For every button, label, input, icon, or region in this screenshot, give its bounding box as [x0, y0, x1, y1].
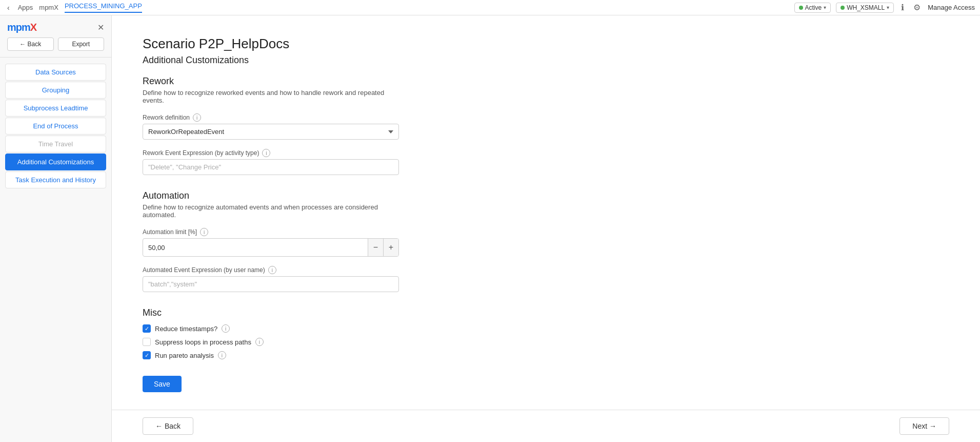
- run-pareto-label: Run pareto analysis: [155, 352, 214, 359]
- warehouse-label: WH_XSMALL: [847, 4, 885, 11]
- rework-section: Rework Define how to recognize reworked …: [143, 76, 399, 175]
- sidebar-item-time-travel: Time Travel: [5, 136, 106, 152]
- automation-limit-info-icon[interactable]: i: [200, 228, 208, 236]
- rework-definition-info-icon[interactable]: i: [193, 113, 201, 122]
- rework-event-info-icon[interactable]: i: [262, 149, 270, 157]
- sidebar-divider: [0, 57, 111, 57]
- misc-section: Misc Reduce timestamps? i Suppress loops…: [143, 308, 399, 359]
- bottom-next-button[interactable]: Next →: [899, 417, 949, 435]
- reduce-timestamps-row: Reduce timestamps? i: [143, 324, 399, 333]
- rework-event-expression-input[interactable]: [143, 159, 399, 175]
- sidebar-item-task-execution-history[interactable]: Task Execution and History: [5, 171, 106, 188]
- sidebar-item-subprocess-leadtime[interactable]: Subprocess Leadtime: [5, 100, 106, 117]
- reduce-timestamps-label: Reduce timestamps?: [155, 325, 217, 333]
- section-subtitle-heading: Additional Customizations: [143, 55, 949, 66]
- active-chevron-icon: ▾: [824, 5, 826, 10]
- main-scroll-container: Scenario P2P_HelpDocs Additional Customi…: [112, 15, 980, 442]
- warehouse-badge[interactable]: WH_XSMALL ▾: [836, 3, 894, 13]
- automated-event-expression-field: Automated Event Expression (by user name…: [143, 266, 399, 292]
- automation-limit-decrease-button[interactable]: −: [368, 239, 383, 256]
- bottom-bar: ← Back Next →: [112, 410, 980, 442]
- active-label: Active: [805, 4, 822, 11]
- page-title: Scenario P2P_HelpDocs: [143, 36, 949, 52]
- automation-limit-field: Automation limit [%] i 50,00 − +: [143, 228, 399, 257]
- rework-title: Rework: [143, 76, 399, 87]
- warehouse-dot: [841, 6, 845, 10]
- active-badge[interactable]: Active ▾: [794, 3, 831, 13]
- automated-event-label-row: Automated Event Expression (by user name…: [143, 266, 399, 274]
- sidebar-item-additional-customizations[interactable]: Additional Customizations: [5, 153, 106, 170]
- automation-limit-number-row: 50,00 − +: [143, 238, 399, 257]
- rework-definition-label: Rework definition: [143, 114, 190, 121]
- automation-limit-increase-button[interactable]: +: [383, 239, 398, 256]
- sidebar-close-button[interactable]: ✕: [97, 23, 104, 32]
- automation-section: Automation Define how to recognize autom…: [143, 190, 399, 292]
- rework-definition-field: Rework definition i ReworkOrRepeatedEven…: [143, 113, 399, 140]
- run-pareto-info-icon[interactable]: i: [218, 351, 226, 359]
- run-pareto-checkbox[interactable]: [143, 351, 151, 359]
- warehouse-chevron-icon: ▾: [887, 5, 889, 10]
- sidebar-item-grouping[interactable]: Grouping: [5, 82, 106, 99]
- manage-access-link[interactable]: Manage Access: [928, 4, 975, 11]
- topbar-left: ‹ Apps mpmX PROCESS_MINING_APP: [5, 2, 142, 13]
- main-content-area: Scenario P2P_HelpDocs Additional Customi…: [112, 15, 980, 410]
- topbar-back-button[interactable]: ‹: [5, 3, 12, 13]
- bottom-back-button[interactable]: ← Back: [143, 417, 193, 435]
- logo: mpmX: [7, 22, 36, 33]
- automation-limit-input[interactable]: 50,00: [143, 240, 368, 255]
- suppress-loops-checkbox[interactable]: [143, 338, 151, 346]
- rework-event-label-row: Rework Event Expression (by activity typ…: [143, 149, 399, 157]
- layout: mpmX ✕ ← Back Export Data Sources Groupi…: [0, 15, 980, 442]
- automation-title: Automation: [143, 190, 399, 201]
- topbar: ‹ Apps mpmX PROCESS_MINING_APP Active ▾ …: [0, 0, 980, 15]
- sidebar: mpmX ✕ ← Back Export Data Sources Groupi…: [0, 15, 112, 442]
- info-icon-button[interactable]: ℹ: [899, 2, 906, 13]
- rework-description: Define how to recognize reworked events …: [143, 89, 399, 104]
- rework-event-label: Rework Event Expression (by activity typ…: [143, 149, 259, 157]
- topbar-apps-link[interactable]: Apps: [18, 4, 33, 11]
- topbar-right: Active ▾ WH_XSMALL ▾ ℹ ⚙ Manage Access: [794, 2, 975, 13]
- run-pareto-row: Run pareto analysis i: [143, 351, 399, 359]
- suppress-loops-row: Suppress loops in process paths i: [143, 338, 399, 346]
- reduce-timestamps-info-icon[interactable]: i: [222, 324, 230, 333]
- suppress-loops-label: Suppress loops in process paths: [155, 338, 251, 346]
- automated-event-label: Automated Event Expression (by user name…: [143, 266, 265, 274]
- automation-description: Define how to recognize automated events…: [143, 203, 399, 219]
- sidebar-header: mpmX ✕: [0, 15, 111, 37]
- suppress-loops-info-icon[interactable]: i: [255, 338, 264, 346]
- reduce-timestamps-checkbox[interactable]: [143, 324, 151, 333]
- rework-event-expression-field: Rework Event Expression (by activity typ…: [143, 149, 399, 175]
- settings-icon-button[interactable]: ⚙: [911, 2, 923, 13]
- sidebar-item-data-sources[interactable]: Data Sources: [5, 64, 106, 81]
- automation-limit-label-row: Automation limit [%] i: [143, 228, 399, 236]
- topbar-app-name[interactable]: mpmX: [39, 4, 58, 11]
- active-dot: [799, 6, 803, 10]
- automation-limit-label: Automation limit [%]: [143, 228, 197, 236]
- automated-event-expression-input[interactable]: [143, 276, 399, 292]
- topbar-current-tab[interactable]: PROCESS_MINING_APP: [65, 2, 142, 13]
- save-button[interactable]: Save: [143, 376, 182, 392]
- back-button[interactable]: ← Back: [7, 37, 54, 51]
- automated-event-info-icon[interactable]: i: [268, 266, 276, 274]
- rework-definition-select[interactable]: ReworkOrRepeatedEvent ReworkOnly Repeate…: [143, 124, 399, 140]
- sidebar-actions: ← Back Export: [0, 37, 111, 57]
- rework-definition-label-row: Rework definition i: [143, 113, 399, 122]
- misc-title: Misc: [143, 308, 399, 318]
- export-button[interactable]: Export: [58, 37, 105, 51]
- sidebar-nav: Data Sources Grouping Subprocess Leadtim…: [0, 62, 111, 190]
- main-form: Rework Define how to recognize reworked …: [143, 76, 399, 392]
- sidebar-item-end-of-process[interactable]: End of Process: [5, 118, 106, 134]
